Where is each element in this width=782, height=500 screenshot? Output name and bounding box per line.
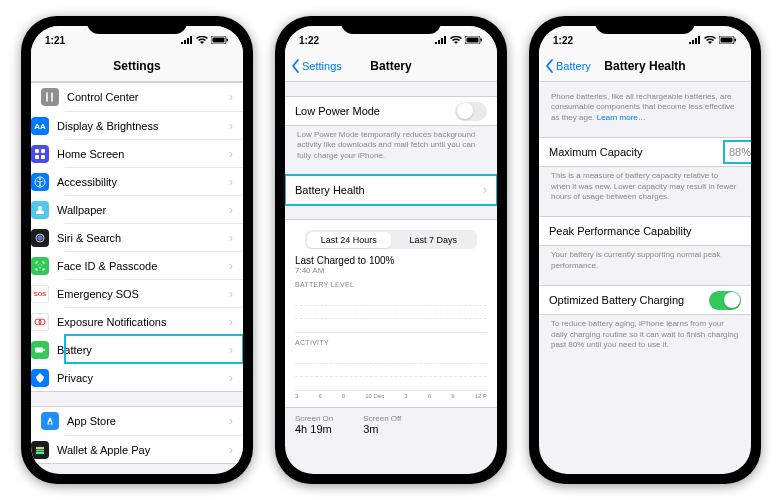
- wallpaper-icon: [31, 201, 49, 219]
- last-charged-title: Last Charged to 100%: [295, 255, 487, 266]
- settings-row-app-store[interactable]: App Store›: [31, 407, 243, 435]
- opt-charging-row[interactable]: Optimized Battery Charging: [539, 286, 751, 314]
- learn-more-link[interactable]: Learn more…: [597, 113, 646, 122]
- settings-group-1: Control Center›AADisplay & Brightness›Ho…: [31, 82, 243, 392]
- battery-content[interactable]: Low Power Mode Low Power Mode temporaril…: [285, 82, 497, 474]
- chart-axis: 369 10 Dec36 912 P: [295, 393, 487, 399]
- signal-icon: [181, 36, 193, 44]
- low-power-note: Low Power Mode temporarily reduces backg…: [285, 126, 497, 161]
- settings-content[interactable]: Control Center›AADisplay & Brightness›Ho…: [31, 82, 243, 474]
- row-label: Siri & Search: [57, 232, 221, 244]
- chevron-right-icon: ›: [229, 259, 233, 273]
- settings-row-display-brightness[interactable]: AADisplay & Brightness›: [65, 111, 243, 139]
- settings-row-home-screen[interactable]: Home Screen›: [65, 139, 243, 167]
- brightness-icon: AA: [31, 117, 49, 135]
- axis-tick: 12 P: [475, 393, 487, 399]
- wifi-icon: [704, 36, 716, 44]
- nav-bar: Battery Battery Health: [539, 50, 751, 82]
- battery-icon-status: [465, 36, 483, 44]
- signal-icon: [689, 36, 701, 44]
- notch: [341, 16, 441, 34]
- chevron-right-icon: ›: [229, 371, 233, 385]
- back-button[interactable]: Battery: [545, 50, 591, 81]
- axis-tick: 6: [428, 393, 431, 399]
- settings-row-control-center[interactable]: Control Center›: [31, 83, 243, 111]
- settings-row-wallpaper[interactable]: Wallpaper›: [65, 195, 243, 223]
- peak-perf-row[interactable]: Peak Performance Capability: [539, 217, 751, 245]
- settings-row-face-id-passcode[interactable]: Face ID & Passcode›: [65, 251, 243, 279]
- activity-label: ACTIVITY: [295, 339, 487, 346]
- chevron-right-icon: ›: [229, 287, 233, 301]
- svg-point-16: [41, 264, 42, 265]
- page-title: Battery Health: [604, 59, 685, 73]
- time-range-segmented[interactable]: Last 24 Hours Last 7 Days: [305, 230, 477, 249]
- svg-rect-9: [41, 155, 45, 159]
- settings-row-privacy[interactable]: Privacy›: [65, 363, 243, 391]
- status-time: 1:21: [45, 35, 65, 46]
- row-label: Wallpaper: [57, 204, 221, 216]
- svg-rect-27: [467, 38, 479, 43]
- max-capacity-value: 88%: [725, 142, 751, 162]
- tab-last-7d[interactable]: Last 7 Days: [391, 232, 476, 248]
- screen: 1:21 Settings Control Center›AADisplay &…: [31, 26, 243, 474]
- back-button[interactable]: Settings: [291, 50, 342, 81]
- battery-health-row[interactable]: Battery Health ›: [285, 176, 497, 204]
- wifi-icon: [450, 36, 462, 44]
- chevron-right-icon: ›: [229, 231, 233, 245]
- chevron-right-icon: ›: [229, 414, 233, 428]
- svg-point-14: [38, 235, 43, 240]
- max-capacity-row[interactable]: Maximum Capacity 88%: [539, 138, 751, 166]
- row-label: Control Center: [67, 91, 221, 103]
- peak-perf-label: Peak Performance Capability: [549, 225, 741, 237]
- chevron-right-icon: ›: [229, 119, 233, 133]
- opt-charging-label: Optimized Battery Charging: [549, 294, 701, 306]
- svg-rect-19: [35, 347, 43, 352]
- settings-row-siri-search[interactable]: Siri & Search›: [65, 223, 243, 251]
- status-time: 1:22: [553, 35, 573, 46]
- svg-rect-23: [36, 452, 44, 454]
- battery-health-group: Battery Health ›: [285, 175, 497, 205]
- settings-row-battery[interactable]: Battery›: [65, 335, 243, 363]
- status-icons: [689, 36, 737, 44]
- health-content[interactable]: Phone batteries, like all rechargeable b…: [539, 82, 751, 474]
- battery-level-chart: [295, 291, 487, 333]
- settings-row-emergency-sos[interactable]: SOSEmergency SOS›: [65, 279, 243, 307]
- screen-off-label: Screen Off: [363, 414, 401, 423]
- settings-row-wallet-apple-pay[interactable]: Wallet & Apple Pay›: [65, 435, 243, 463]
- low-power-toggle[interactable]: [455, 102, 487, 121]
- row-label: Battery: [57, 344, 221, 356]
- page-title: Battery: [370, 59, 411, 73]
- settings-row-exposure-notifications[interactable]: Exposure Notifications›: [65, 307, 243, 335]
- sos-icon: SOS: [31, 285, 49, 303]
- wallet-icon: [31, 441, 49, 459]
- max-capacity-group: Maximum Capacity 88%: [539, 137, 751, 167]
- svg-point-4: [51, 95, 53, 97]
- opt-charging-toggle[interactable]: [709, 291, 741, 310]
- exposure-icon: [31, 313, 49, 331]
- svg-point-12: [38, 206, 42, 210]
- svg-point-11: [39, 178, 41, 180]
- axis-tick: 9: [451, 393, 454, 399]
- svg-rect-28: [481, 39, 483, 42]
- status-icons: [435, 36, 483, 44]
- settings-row-accessibility[interactable]: Accessibility›: [65, 167, 243, 195]
- row-label: Display & Brightness: [57, 120, 221, 132]
- chevron-right-icon: ›: [229, 147, 233, 161]
- wifi-icon: [196, 36, 208, 44]
- status-time: 1:22: [299, 35, 319, 46]
- battery-icon-status: [719, 36, 737, 44]
- battery-icon-status: [211, 36, 229, 44]
- last-charged-time: 7:40 AM: [295, 266, 487, 275]
- low-power-mode-row[interactable]: Low Power Mode: [285, 97, 497, 125]
- low-power-group: Low Power Mode: [285, 96, 497, 126]
- tab-last-24h[interactable]: Last 24 Hours: [307, 232, 392, 248]
- screen-off-col: Screen Off 3m: [363, 414, 401, 435]
- back-label: Settings: [302, 60, 342, 72]
- home-screen-icon: [31, 145, 49, 163]
- opt-charging-note: To reduce battery aging, iPhone learns f…: [539, 315, 751, 350]
- chevron-right-icon: ›: [229, 175, 233, 189]
- svg-rect-2: [227, 39, 229, 42]
- chevron-right-icon: ›: [229, 315, 233, 329]
- peak-perf-note: Your battery is currently supporting nor…: [539, 246, 751, 271]
- control-center-icon: [41, 88, 59, 106]
